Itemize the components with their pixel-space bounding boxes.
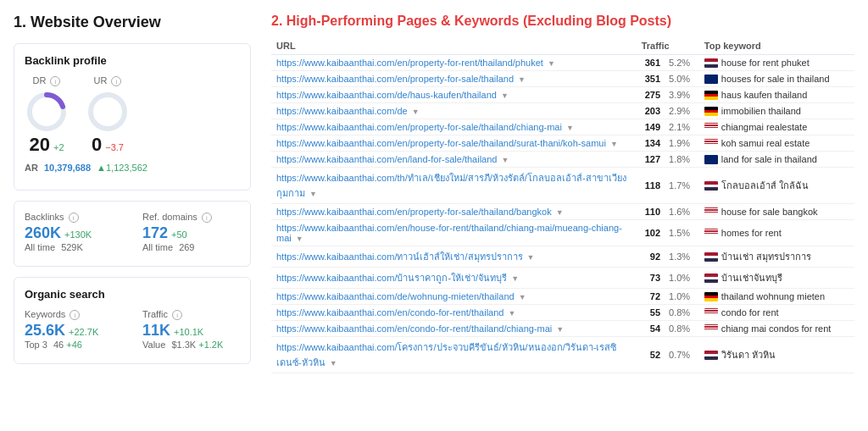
url-cell[interactable]: https://www.kaibaanthai.com/en/condo-for…	[271, 305, 637, 321]
keyword-cell: วิรันดา หัวหิน	[699, 337, 854, 373]
table-row: https://www.kaibaanthai.com/en/property-…	[271, 204, 854, 220]
url-cell[interactable]: https://www.kaibaanthai.com/en/property-…	[271, 204, 637, 220]
dropdown-arrow-icon[interactable]: ▼	[527, 253, 535, 262]
url-link[interactable]: https://www.kaibaanthai.com/de	[276, 106, 408, 116]
dr-metric: DR i 20 +2	[25, 75, 69, 156]
url-link[interactable]: https://www.kaibaanthai.com/th/ทำเล/เชีย…	[276, 173, 626, 198]
traffic-number: 54	[637, 321, 665, 337]
dropdown-arrow-icon[interactable]: ▼	[502, 156, 509, 164]
url-cell[interactable]: https://www.kaibaanthai.com/ทาวน์เฮ้าส์ใ…	[271, 246, 637, 268]
dr-donut	[25, 90, 69, 134]
dropdown-arrow-icon[interactable]: ▼	[556, 325, 564, 334]
keyword-cell: chiang mai condos for rent	[699, 321, 854, 337]
ar-label: AR	[25, 163, 38, 173]
table-row: https://www.kaibaanthai.com/en/condo-for…	[271, 321, 854, 337]
keyword-cell: chiangmai realestate	[699, 119, 854, 135]
dropdown-arrow-icon[interactable]: ▼	[509, 309, 516, 318]
flag-us-icon	[704, 229, 718, 238]
traffic-percent: 0.8%	[665, 305, 699, 321]
url-link[interactable]: https://www.kaibaanthai.com/en/property-…	[276, 122, 562, 132]
traffic-percent: 1.5%	[665, 220, 699, 246]
url-link[interactable]: https://www.kaibaanthai.com/บ้านราคาถูก-…	[276, 273, 507, 283]
dr-value: 20	[29, 134, 49, 156]
dropdown-arrow-icon[interactable]: ▼	[412, 108, 420, 116]
flag-th-icon	[704, 274, 718, 283]
url-cell[interactable]: https://www.kaibaanthai.com/de/haus-kauf…	[271, 87, 637, 103]
url-cell[interactable]: https://www.kaibaanthai.com/en/property-…	[271, 55, 637, 71]
traffic-percent: 1.3%	[665, 246, 699, 268]
dropdown-arrow-icon[interactable]: ▼	[511, 274, 519, 283]
url-cell[interactable]: https://www.kaibaanthai.com/en/property-…	[271, 135, 637, 152]
url-link[interactable]: https://www.kaibaanthai.com/en/property-…	[276, 74, 514, 84]
keyword-text: immobilien thailand	[721, 106, 801, 116]
keyword-text: thailand wohnung mieten	[721, 291, 825, 301]
url-link[interactable]: https://www.kaibaanthai.com/de/wohnung-m…	[276, 291, 515, 301]
url-cell[interactable]: https://www.kaibaanthai.com/en/property-…	[271, 71, 637, 87]
dropdown-arrow-icon[interactable]: ▼	[556, 208, 564, 217]
keyword-cell: condo for rent	[699, 305, 854, 321]
dropdown-arrow-icon[interactable]: ▼	[610, 140, 618, 148]
keyword-text: house for rent phuket	[721, 58, 810, 68]
dropdown-arrow-icon[interactable]: ▼	[548, 59, 555, 68]
url-cell[interactable]: https://www.kaibaanthai.com/โครงการ/ประจ…	[271, 337, 637, 373]
dropdown-arrow-icon[interactable]: ▼	[519, 293, 526, 301]
traffic-percent: 1.8%	[665, 152, 699, 168]
url-link[interactable]: https://www.kaibaanthai.com/โครงการ/ประจ…	[276, 342, 616, 367]
backlinks-alltime: All time 529K	[25, 242, 122, 252]
url-link[interactable]: https://www.kaibaanthai.com/en/house-for…	[276, 223, 622, 243]
traffic-percent: 0.7%	[665, 337, 699, 373]
url-cell[interactable]: https://www.kaibaanthai.com/en/house-for…	[271, 220, 637, 246]
url-cell[interactable]: https://www.kaibaanthai.com/th/ทำเล/เชีย…	[271, 168, 637, 204]
keyword-cell: house for rent phuket	[699, 55, 854, 71]
pages-table: URL Traffic Top keyword https://www.kaib…	[271, 37, 854, 373]
url-link[interactable]: https://www.kaibaanthai.com/en/land-for-…	[276, 154, 497, 164]
backlink-profile-card: Backlink profile DR i 20	[14, 43, 251, 191]
url-cell[interactable]: https://www.kaibaanthai.com/en/land-for-…	[271, 152, 637, 168]
flag-us-icon	[704, 308, 718, 318]
traffic-number: 102	[637, 220, 665, 246]
traffic-percent: 2.9%	[665, 103, 699, 119]
table-row: https://www.kaibaanthai.com/โครงการ/ประจ…	[271, 337, 854, 373]
keyword-text: chiangmai realestate	[721, 122, 808, 132]
url-cell[interactable]: https://www.kaibaanthai.com/de ▼	[271, 103, 637, 119]
col-keyword: Top keyword	[699, 37, 854, 55]
traffic-change: +10.1K	[174, 327, 203, 337]
keyword-text: koh samui real estate	[721, 138, 810, 148]
dropdown-arrow-icon[interactable]: ▼	[296, 235, 303, 243]
url-link[interactable]: https://www.kaibaanthai.com/de/haus-kauf…	[276, 90, 497, 100]
backlinks-info-icon: i	[69, 213, 79, 223]
ar-change: ▲1,123,562	[97, 163, 147, 173]
keyword-text: house for sale bangkok	[721, 207, 818, 217]
url-cell[interactable]: https://www.kaibaanthai.com/บ้านราคาถูก-…	[271, 268, 637, 289]
url-link[interactable]: https://www.kaibaanthai.com/ทาวน์เฮ้าส์ใ…	[276, 251, 523, 262]
url-link[interactable]: https://www.kaibaanthai.com/en/condo-for…	[276, 307, 504, 318]
dr-info-icon: i	[50, 76, 60, 86]
keyword-cell: koh samui real estate	[699, 135, 854, 152]
flag-th-icon	[704, 351, 718, 360]
dropdown-arrow-icon[interactable]: ▼	[518, 75, 526, 84]
url-cell[interactable]: https://www.kaibaanthai.com/de/wohnung-m…	[271, 289, 637, 305]
flag-de-icon	[704, 107, 718, 116]
url-link[interactable]: https://www.kaibaanthai.com/en/property-…	[276, 58, 543, 68]
url-cell[interactable]: https://www.kaibaanthai.com/en/property-…	[271, 119, 637, 135]
ur-label: UR	[94, 75, 108, 86]
dropdown-arrow-icon[interactable]: ▼	[330, 359, 337, 367]
url-link[interactable]: https://www.kaibaanthai.com/en/property-…	[276, 138, 606, 148]
keyword-cell: haus kaufen thailand	[699, 87, 854, 103]
right-panel: 2. High-Performing Pages & Keywords (Exc…	[271, 14, 854, 374]
backlinks-label: Backlinks	[25, 212, 64, 222]
traffic-metric: Traffic i 11K +10.1K Value $1.3K +1.2K	[142, 309, 240, 350]
dr-change: +2	[53, 142, 64, 152]
flag-th-icon	[704, 252, 718, 262]
url-cell[interactable]: https://www.kaibaanthai.com/en/condo-for…	[271, 321, 637, 337]
dropdown-arrow-icon[interactable]: ▼	[501, 91, 509, 100]
dropdown-arrow-icon[interactable]: ▼	[566, 124, 574, 132]
traffic-number: 134	[637, 135, 665, 152]
keyword-text: houses for sale in thailand	[721, 74, 830, 84]
dropdown-arrow-icon[interactable]: ▼	[309, 190, 317, 198]
flag-de-icon	[704, 91, 718, 100]
url-link[interactable]: https://www.kaibaanthai.com/en/property-…	[276, 207, 552, 217]
ur-donut	[86, 90, 130, 134]
flag-de-icon	[704, 292, 718, 301]
url-link[interactable]: https://www.kaibaanthai.com/en/condo-for…	[276, 323, 552, 334]
